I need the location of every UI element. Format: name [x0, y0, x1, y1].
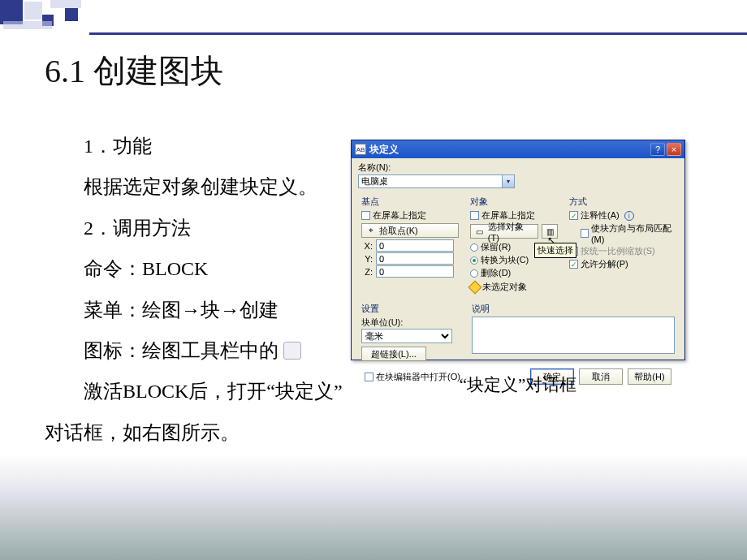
basepoint-onscreen-checkbox[interactable]: 在屏幕上指定	[361, 209, 459, 222]
select-icon: ▭	[474, 226, 486, 237]
description-group: 说明	[468, 298, 678, 366]
settings-group: 设置 块单位(U): 毫米 超链接(L)...	[358, 298, 464, 366]
quick-select-icon: ▥	[544, 226, 555, 237]
name-combobox[interactable]: ▾	[358, 174, 678, 188]
select-objects-button[interactable]: ▭选择对象(T)	[470, 224, 538, 239]
z-label: Z:	[361, 267, 373, 277]
info-icon[interactable]: i	[624, 211, 634, 221]
unit-label: 块单位(U):	[361, 317, 460, 329]
allow-explode-checkbox[interactable]: ✓允许分解(P)	[569, 258, 673, 270]
name-label: 名称(N):	[358, 162, 678, 174]
settings-title: 设置	[361, 303, 460, 315]
block-definition-dialog: AB 块定义 ? × 名称(N): ▾ 基点 在屏幕上指定 ⌖拾取点(K) X:…	[351, 140, 685, 360]
mode-group: 方式 ✓注释性(A)i 使块方向与布局匹配(M) 按统一比例缩放(S) ✓允许分…	[566, 191, 676, 296]
x-input[interactable]	[376, 239, 454, 252]
basepoint-title: 基点	[361, 196, 459, 208]
annotative-checkbox[interactable]: ✓注释性(A)i	[569, 209, 673, 222]
mode-title: 方式	[569, 196, 673, 208]
body-p4: 命令：BLOCK	[45, 248, 353, 289]
body-p3: 2．调用方法	[45, 208, 353, 248]
objects-group: 对象 在屏幕上指定 ▭选择对象(T) ▥ ↖ 快速选择 保留(R) 转换为块(C…	[467, 191, 561, 296]
name-dropdown-icon[interactable]: ▾	[503, 174, 515, 188]
delete-radio[interactable]: 删除(D)	[470, 267, 558, 279]
body-p5: 菜单：绘图→块→创建	[45, 290, 353, 330]
name-input[interactable]	[358, 174, 503, 188]
titlebar-close-button[interactable]: ×	[667, 143, 681, 156]
pick-point-icon: ⌖	[365, 225, 377, 236]
dialog-titlebar[interactable]: AB 块定义 ? ×	[352, 140, 684, 158]
y-label: Y:	[361, 254, 373, 264]
description-title: 说明	[472, 303, 675, 315]
y-input[interactable]	[376, 252, 454, 265]
dialog-app-icon: AB	[355, 144, 366, 155]
match-layout-checkbox[interactable]: 使块方向与布局匹配(M)	[581, 222, 673, 244]
quick-select-button[interactable]: ▥ ↖ 快速选择	[542, 224, 558, 239]
dialog-title: 块定义	[369, 143, 649, 157]
unit-select[interactable]: 毫米	[361, 329, 452, 343]
body-text: 1．功能 根据选定对象创建块定义。 2．调用方法 命令：BLOCK 菜单：绘图→…	[45, 126, 353, 453]
no-objects-warning: 未选定对象	[470, 281, 558, 293]
body-p6: 图标：绘图工具栏中的	[45, 330, 353, 371]
page-title: 6.1 创建图块	[45, 49, 223, 93]
quick-select-tooltip: 快速选择	[534, 243, 576, 258]
objects-title: 对象	[470, 196, 558, 208]
warning-icon	[468, 280, 482, 294]
slide-decoration	[0, 0, 747, 41]
block-toolbar-icon	[283, 342, 301, 360]
pick-point-button[interactable]: ⌖拾取点(K)	[361, 223, 459, 238]
uniform-scale-checkbox: 按统一比例缩放(S)	[569, 245, 673, 257]
body-p7: 激活BLOCK后，打开“块定义”对话框，如右图所示。	[45, 371, 353, 453]
basepoint-group: 基点 在屏幕上指定 ⌖拾取点(K) X: Y: Z:	[358, 191, 462, 296]
z-input[interactable]	[376, 265, 454, 278]
titlebar-help-button[interactable]: ?	[650, 143, 665, 156]
hyperlink-button[interactable]: 超链接(L)...	[361, 347, 426, 361]
description-textarea[interactable]	[472, 317, 675, 354]
x-label: X:	[361, 241, 373, 251]
body-p2: 根据选定对象创建块定义。	[45, 166, 353, 207]
figure-caption: “块定义”对话框	[351, 373, 685, 396]
body-p1: 1．功能	[45, 126, 353, 166]
